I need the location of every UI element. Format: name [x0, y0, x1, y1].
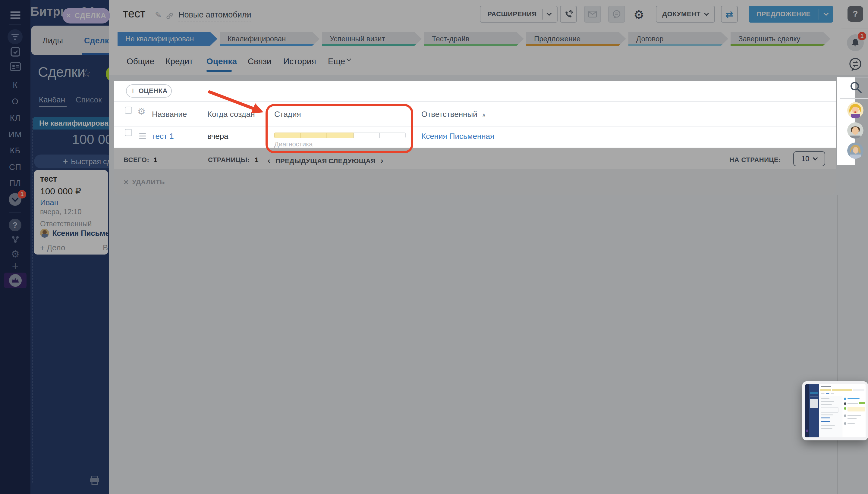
select-all-checkbox[interactable]	[125, 107, 132, 114]
add-assessment-button[interactable]: + ОЦЕНКА	[126, 84, 172, 98]
annotation-highlight-rectangle	[265, 104, 413, 153]
annotation-arrow	[196, 86, 268, 119]
row-created: вчера	[207, 132, 228, 141]
screen-preview-content	[805, 384, 866, 437]
row-checkbox[interactable]	[125, 129, 132, 136]
column-header-owner[interactable]: Ответственный ∧	[421, 110, 486, 119]
owner-header-label: Ответственный	[421, 110, 477, 119]
search-button[interactable]	[849, 81, 863, 95]
divider	[840, 77, 868, 77]
sort-asc-icon: ∧	[482, 112, 486, 118]
user-avatar[interactable]	[847, 122, 864, 138]
search-icon	[849, 81, 863, 94]
column-header-name[interactable]: Название	[152, 110, 187, 119]
user-avatar[interactable]	[847, 102, 864, 118]
row-owner-link[interactable]: Ксения Письменная	[421, 132, 494, 141]
divider	[840, 98, 868, 99]
row-name-link[interactable]: тест 1	[152, 132, 174, 141]
bitrix24-app: Битрикс24 Лиды Сделки Сделки ☆ Канбан Сп…	[0, 0, 868, 494]
divider	[114, 126, 836, 127]
grid-settings-gear-icon[interactable]: ⚙	[137, 106, 146, 117]
row-menu-icon[interactable]	[139, 133, 146, 140]
screen-preview-thumbnail[interactable]	[802, 381, 868, 440]
plus-icon: +	[130, 87, 136, 95]
user-avatar[interactable]	[847, 142, 864, 159]
add-assessment-label: ОЦЕНКА	[138, 87, 168, 95]
dim-overlay	[0, 0, 868, 494]
